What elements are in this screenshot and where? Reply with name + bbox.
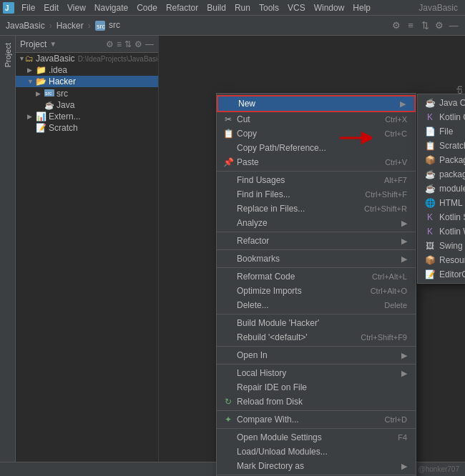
submenu-package-info[interactable]: ☕ package-info.java (418, 167, 465, 182)
breadcrumb-hacker[interactable]: Hacker (57, 21, 84, 31)
submenu-java-class[interactable]: ☕ Java Class (418, 96, 465, 110)
tree-root[interactable]: ▼ 🗂 JavaBasic D:\IdeaProjects\JavaBasic (16, 53, 158, 64)
menu-item-bookmarks[interactable]: Bookmarks ▶ (217, 252, 416, 266)
panel-sort-icon[interactable]: ⇅ (124, 39, 132, 49)
submenu-swing-ui[interactable]: 🖼 Swing UI Designer ▶ (418, 239, 465, 253)
root-path: D:\IdeaProjects\JavaBasic (78, 55, 159, 63)
idea-expand-icon: ▶ (27, 66, 36, 74)
tree-java[interactable]: ☕ Java (16, 99, 158, 111)
menu-item-copy[interactable]: 📋 Copy Ctrl+C (217, 127, 416, 141)
menu-item-open-in[interactable]: Open In ▶ (217, 348, 416, 362)
sep-1 (217, 171, 416, 172)
html-file-icon: 🌐 (424, 198, 436, 208)
submenu-html-file[interactable]: 🌐 HTML File (418, 196, 465, 210)
menu-item-open-module[interactable]: Open Module Settings F4 (217, 430, 416, 445)
reload-icon: ↻ (222, 397, 234, 407)
java-label: Java (57, 100, 74, 110)
submenu-kotlin-worksheet[interactable]: K Kotlin Worksheet (418, 224, 465, 239)
menu-window[interactable]: Window (310, 1, 349, 14)
module-info-label: module-info.java (439, 184, 465, 194)
paste-shortcut: Ctrl+V (385, 158, 407, 167)
menu-navigate[interactable]: Navigate (90, 1, 132, 14)
minimize-icon[interactable]: — (448, 20, 459, 31)
src-label: src (57, 89, 68, 99)
compare-label: Compare With... (237, 415, 371, 425)
menu-tools[interactable]: Tools (255, 1, 283, 14)
menu-item-replace[interactable]: Replace in Files... Ctrl+Shift+R (217, 202, 416, 216)
swing-label: Swing UI Designer (439, 241, 465, 251)
menu-item-delete[interactable]: Delete... Delete (217, 298, 416, 312)
new-label: New (238, 99, 397, 109)
local-history-label: Local History (237, 368, 398, 378)
menu-file[interactable]: File (17, 1, 39, 14)
menu-item-new[interactable]: New ▶ (217, 95, 416, 112)
menu-item-cut[interactable]: ✂ Cut Ctrl+X (217, 112, 416, 127)
menu-item-optimize[interactable]: Optimize Imports Ctrl+Alt+O (217, 284, 416, 298)
menu-item-copy-path[interactable]: Copy Path/Reference... (217, 141, 416, 155)
tree-src[interactable]: ▶ src src (16, 87, 158, 99)
menu-run[interactable]: Run (230, 1, 255, 14)
menu-view[interactable]: View (63, 1, 90, 14)
open-module-shortcut: F4 (398, 433, 407, 442)
menu-item-find-usages[interactable]: Find Usages Alt+F7 (217, 173, 416, 187)
settings-icon[interactable]: ⚙ (391, 20, 402, 31)
menu-help[interactable]: Help (348, 1, 375, 14)
menu-item-local-history[interactable]: Local History ▶ (217, 366, 416, 380)
menu-item-reformat[interactable]: Reformat Code Ctrl+Alt+L (217, 269, 416, 284)
package-icon: 📦 (424, 155, 436, 165)
menu-build[interactable]: Build (202, 1, 230, 14)
submenu-package[interactable]: 📦 Package (418, 153, 465, 167)
delete-shortcut: Delete (384, 301, 407, 309)
menu-item-build-module[interactable]: Build Module 'Hacker' (217, 316, 416, 330)
menu-item-load-unload[interactable]: Load/Unload Modules... (217, 445, 416, 459)
menu-item-find-in-files[interactable]: Find in Files... Ctrl+Shift+F (217, 187, 416, 202)
menu-item-paste[interactable]: 📌 Paste Ctrl+V (217, 155, 416, 169)
panel-layout-icon[interactable]: ≡ (117, 39, 122, 49)
menu-item-rebuild[interactable]: Rebuild '<default>' Ctrl+Shift+F9 (217, 330, 416, 344)
breadcrumb-src[interactable]: src src (95, 20, 120, 31)
menu-item-mark-directory[interactable]: Mark Directory as ▶ (217, 459, 416, 473)
sort-icon[interactable]: ⇅ (419, 20, 431, 31)
submenu-resource-bundle[interactable]: 📦 Resource Bundle (418, 253, 465, 267)
submenu-module-info[interactable]: ☕ module-info.java (418, 182, 465, 196)
menu-code[interactable]: Code (132, 1, 162, 14)
resource-label: Resource Bundle (439, 255, 465, 265)
submenu-editor-config[interactable]: 📝 EditorConfig File (418, 267, 465, 282)
panel-dropdown[interactable]: ▼ (49, 40, 57, 48)
tree-hacker[interactable]: ▼ 📂 Hacker (16, 76, 158, 87)
layout-icon[interactable]: ≡ (405, 20, 416, 31)
menu-item-reload[interactable]: ↻ Reload from Disk (217, 395, 416, 409)
breadcrumb-javabasic[interactable]: JavaBasic (6, 21, 45, 31)
sep-8 (217, 410, 416, 411)
replace-label: Replace in Files... (237, 204, 350, 214)
panel-settings-icon[interactable]: ⚙ (106, 39, 114, 49)
kotlin-class-icon: K (424, 112, 436, 122)
menu-edit[interactable]: Edit (39, 1, 63, 14)
menu-item-refactor[interactable]: Refactor ▶ (217, 234, 416, 248)
local-history-arrow-icon: ▶ (401, 369, 407, 378)
find-in-files-shortcut: Ctrl+Shift+F (365, 190, 407, 199)
src-expand-icon: ▶ (36, 90, 44, 97)
kotlin-script-icon: K (424, 212, 436, 222)
menu-item-repair-ide[interactable]: Repair IDE on File (217, 380, 416, 395)
tree-idea[interactable]: ▶ 📁 .idea (16, 64, 158, 76)
tree-external[interactable]: ▶ 📊 Extern... (16, 111, 158, 122)
menu-item-compare[interactable]: ✦ Compare With... Ctrl+D (217, 412, 416, 427)
tree-scratch[interactable]: 📝 Scratch (16, 122, 158, 134)
gear-icon[interactable]: ⚙ (434, 20, 445, 31)
submenu-kotlin-class[interactable]: K Kotlin Class/File (418, 110, 465, 124)
submenu-file[interactable]: 📄 File (418, 124, 465, 139)
package-label: Package (439, 155, 465, 165)
menu-item-analyze[interactable]: Analyze ▶ (217, 216, 416, 230)
panel-minimize-icon[interactable]: — (145, 39, 154, 49)
panel-title: Project (20, 39, 46, 49)
swing-icon: 🖼 (424, 241, 436, 251)
refactor-label: Refactor (237, 236, 398, 246)
panel-gear-icon[interactable]: ⚙ (134, 39, 142, 49)
main-layout: Project Project ▼ ⚙ ≡ ⇅ ⚙ — ▼ 🗂 JavaBasi… (0, 36, 465, 476)
menu-vcs[interactable]: VCS (283, 1, 310, 14)
submenu-kotlin-script[interactable]: K Kotlin Script (418, 210, 465, 224)
menu-refactor[interactable]: Refactor (162, 1, 202, 14)
project-tab[interactable]: Project (1, 39, 14, 71)
submenu-scratch-file[interactable]: 📋 Scratch File Ctrl+Alt+Shift+Insert (418, 139, 465, 153)
